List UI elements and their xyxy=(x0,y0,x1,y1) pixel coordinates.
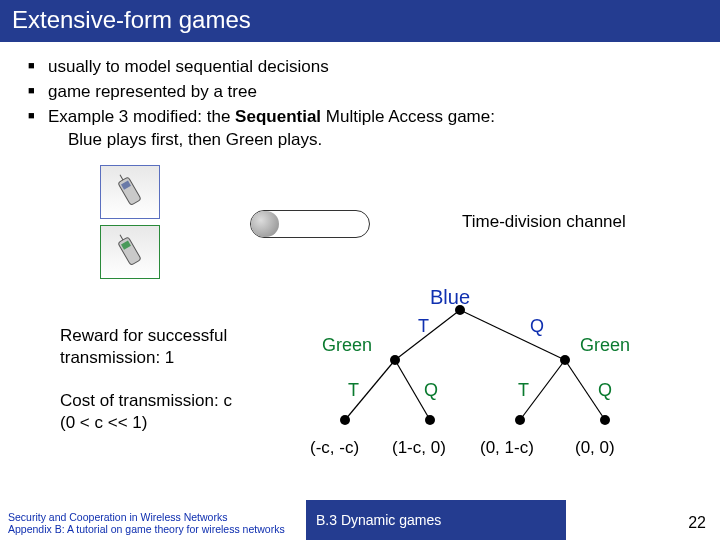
action-Q-label: Q xyxy=(424,380,438,401)
footer-left: Security and Cooperation in Wireless Net… xyxy=(8,511,285,536)
tree-node xyxy=(390,355,400,365)
action-T-label: T xyxy=(348,380,359,401)
tree-edges xyxy=(0,0,720,540)
tree-leaf-node xyxy=(425,415,435,425)
payoff-1: (-c, -c) xyxy=(310,438,359,458)
footer-section: B.3 Dynamic games xyxy=(306,500,566,540)
tree-leaf-node xyxy=(340,415,350,425)
tree-leaf-node xyxy=(600,415,610,425)
tree-node xyxy=(560,355,570,365)
action-Q-label: Q xyxy=(598,380,612,401)
action-Q-label: Q xyxy=(530,316,544,337)
payoff-2: (1-c, 0) xyxy=(392,438,446,458)
player-green-label: Green xyxy=(580,335,630,356)
footer: Security and Cooperation in Wireless Net… xyxy=(0,500,720,540)
footer-line: Appendix B: A tutorial on game theory fo… xyxy=(8,523,285,536)
action-T-label: T xyxy=(418,316,429,337)
svg-line-7 xyxy=(460,310,565,360)
player-green-label: Green xyxy=(322,335,372,356)
payoff-4: (0, 0) xyxy=(575,438,615,458)
action-T-label: T xyxy=(518,380,529,401)
payoff-3: (0, 1-c) xyxy=(480,438,534,458)
footer-line: Security and Cooperation in Wireless Net… xyxy=(8,511,285,524)
page-number: 22 xyxy=(688,514,706,532)
player-blue-label: Blue xyxy=(430,286,470,309)
tree-leaf-node xyxy=(515,415,525,425)
footer-section-text: B.3 Dynamic games xyxy=(316,512,441,528)
